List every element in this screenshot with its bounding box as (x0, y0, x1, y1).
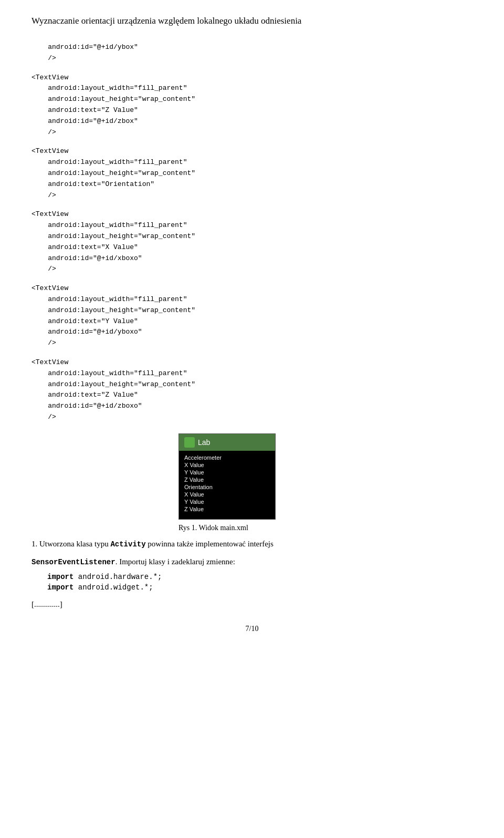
page-number: 7/10 (32, 625, 472, 633)
code-block-4: <TextView android:layout_width="fill_par… (32, 209, 472, 275)
app-line: Y Value (184, 498, 270, 505)
app-icon (184, 437, 195, 448)
app-line: Z Value (184, 505, 270, 513)
page-title: Wyznaczanie orientacji urządzenia względ… (32, 16, 472, 26)
section-paragraph2: SensorEventListener. Importuj klasy i za… (32, 555, 472, 569)
code-block-1: android:id="@+id/ybox" /> (32, 42, 472, 64)
section-text-before: Utworzona klasa typu (39, 540, 110, 548)
app-body: Accelerometer X Value Y Value Z Value Or… (179, 451, 275, 519)
section-paragraph: 1. Utworzona klasa typu Activity powinna… (32, 537, 472, 551)
app-line: X Value (184, 491, 270, 498)
import-line-1: import android.hardware.*; (47, 573, 472, 581)
import-block: import android.hardware.*; import androi… (32, 573, 472, 592)
app-line: X Value (184, 461, 270, 469)
code-block-5: <TextView android:layout_width="fill_par… (32, 283, 472, 349)
section-text-after2: . Importuj klasy i zadeklaruj zmienne: (116, 557, 235, 566)
code-block-3: <TextView android:layout_width="fill_par… (32, 146, 472, 201)
app-line: Accelerometer (184, 454, 270, 461)
import-line-2: import android.widget.*; (47, 583, 472, 592)
app-line: Y Value (184, 469, 270, 476)
screenshot-container: Lab Accelerometer X Value Y Value Z Valu… (178, 433, 472, 532)
activity-code: Activity (110, 540, 145, 549)
app-line: Orientation (184, 483, 270, 491)
app-header: Lab (179, 434, 275, 451)
section-number: 1. (32, 540, 37, 548)
code-block-2: <TextView android:layout_width="fill_par… (32, 73, 472, 138)
app-line: Z Value (184, 476, 270, 483)
sensor-listener-code: SensorEventListener (32, 558, 116, 566)
code-block-6: <TextView android:layout_width="fill_par… (32, 357, 472, 423)
ellipsis: [.............] (32, 600, 472, 609)
section-text-after: powinna także implementować interfejs (146, 540, 274, 548)
app-title: Lab (198, 438, 210, 447)
screenshot-caption: Rys 1. Widok main.xml (178, 524, 248, 532)
app-screenshot: Lab Accelerometer X Value Y Value Z Valu… (178, 433, 276, 520)
